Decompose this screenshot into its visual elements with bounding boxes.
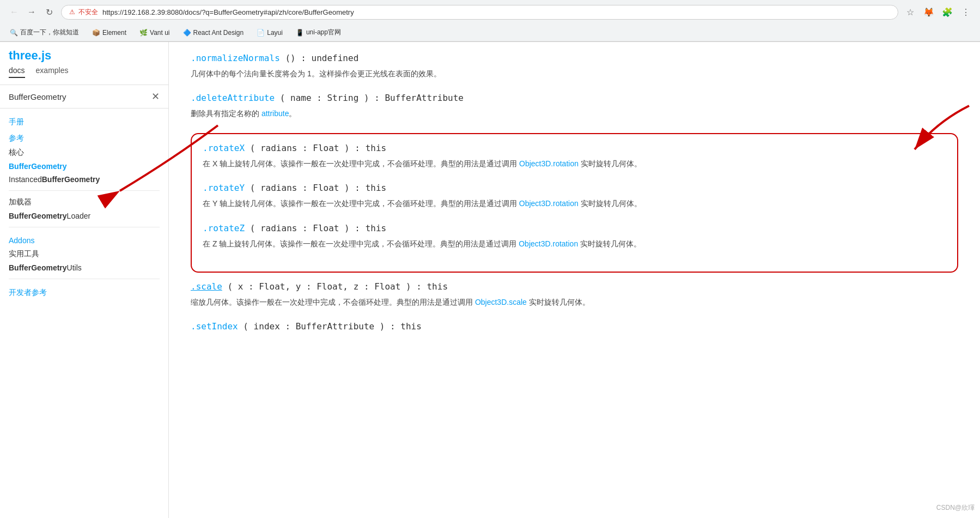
method-name-rotatey: .rotateY bbox=[203, 183, 245, 193]
site-tabs: docs examples bbox=[9, 66, 160, 78]
nav-item-buffer-geometry[interactable]: BufferGeometry bbox=[0, 160, 168, 173]
annotation-area: .rotateX ( radians : Float ) : this 在 X … bbox=[191, 133, 958, 273]
main-content: .normalizeNormals () : undefined 几何体中的每个… bbox=[169, 42, 980, 518]
method-section-rotate-z: .rotateZ ( radians : Float ) : this 在 Z … bbox=[203, 223, 946, 250]
method-signature-normalize-normals: .normalizeNormals () : undefined bbox=[191, 53, 958, 63]
method-params-rotatex: ( radians : Float ) : this bbox=[250, 143, 386, 153]
bookmark-react-ant[interactable]: 🔷 React Ant Design bbox=[180, 28, 247, 38]
nav-item-buffer-geometry-loader[interactable]: BufferGeometryLoader bbox=[0, 209, 168, 222]
tab-docs[interactable]: docs bbox=[9, 66, 25, 78]
method-name-setindex: .setIndex bbox=[191, 321, 238, 332]
forward-button[interactable]: → bbox=[24, 4, 39, 20]
link-object3d-rotation-x[interactable]: Object3D.rotation bbox=[519, 159, 579, 168]
reload-button[interactable]: ↻ bbox=[41, 4, 57, 20]
nav-title-utils: 实用工具 bbox=[0, 247, 168, 261]
back-button[interactable]: ← bbox=[7, 4, 22, 20]
method-section-set-index: .setIndex ( index : BufferAttribute ) : … bbox=[191, 321, 958, 332]
address-bar[interactable]: ⚠ 不安全 https://192.168.2.39:8080/docs/?q=… bbox=[61, 5, 898, 20]
url-text: https://192.168.2.39:8080/docs/?q=Buffer… bbox=[102, 8, 354, 16]
extensions-button[interactable]: 🧩 bbox=[940, 4, 955, 20]
nav-title-core: 核心 bbox=[0, 146, 168, 160]
nav-item-instanced-buffer-geometry[interactable]: InstancedBufferGeometry bbox=[0, 173, 168, 186]
method-name-scale: .scale bbox=[191, 281, 222, 292]
search-label: BufferGeometry bbox=[9, 92, 151, 101]
link-attribute[interactable]: attribute bbox=[261, 109, 289, 118]
nav-item-buffer-geometry-utils[interactable]: BufferGeometryUtils bbox=[0, 261, 168, 274]
nav-section-dev: 开发者参考 bbox=[0, 284, 168, 300]
separator-1 bbox=[9, 190, 160, 191]
separator-3 bbox=[9, 279, 160, 279]
method-desc-scale: 缩放几何体。该操作一般在一次处理中完成，不会循环处理。典型的用法是通过调用 Ob… bbox=[191, 296, 958, 308]
method-section-scale: .scale ( x : Float, y : Float, z : Float… bbox=[191, 281, 958, 308]
layui-icon: 📄 bbox=[257, 29, 265, 37]
bookmark-baidu[interactable]: 🔍 百度一下，你就知道 bbox=[7, 27, 82, 38]
nav-buttons: ← → ↻ bbox=[7, 4, 57, 20]
method-signature-scale: .scale ( x : Float, y : Float, z : Float… bbox=[191, 281, 958, 292]
react-ant-icon: 🔷 bbox=[183, 29, 191, 37]
site-title[interactable]: three.js bbox=[9, 49, 160, 63]
uniapp-icon: 📱 bbox=[296, 29, 304, 37]
method-desc-rotatey: 在 Y 轴上旋转几何体。该操作一般在一次处理中完成，不会循环处理。典型的用法是通… bbox=[203, 197, 946, 209]
nav-section-manual: 手册 bbox=[0, 113, 168, 129]
nav-title-loaders: 加载器 bbox=[0, 195, 168, 209]
bookmark-react-ant-label: React Ant Design bbox=[193, 29, 244, 37]
insecure-icon: ⚠ bbox=[69, 8, 75, 16]
toolbar-actions: ☆ 🦊 🧩 ⋮ bbox=[903, 4, 973, 20]
sidebar: three.js docs examples BufferGeometry ✕ … bbox=[0, 42, 169, 518]
nav-section-addons: Addons bbox=[0, 232, 168, 247]
menu-button[interactable]: ⋮ bbox=[958, 4, 973, 20]
method-desc-delete: 删除具有指定名称的 attribute。 bbox=[191, 107, 958, 119]
bookmark-element[interactable]: 📦 Element bbox=[89, 28, 130, 38]
profile-button[interactable]: 🦊 bbox=[921, 4, 936, 20]
link-object3d-scale[interactable]: Object3D.scale bbox=[475, 298, 527, 306]
watermark: CSDN@欣琿 bbox=[936, 503, 975, 513]
app: three.js docs examples BufferGeometry ✕ … bbox=[0, 42, 980, 518]
tab-examples[interactable]: examples bbox=[36, 66, 69, 78]
bookmark-layui-label: Layui bbox=[267, 29, 283, 37]
link-object3d-rotation-y[interactable]: Object3D.rotation bbox=[519, 199, 579, 208]
bookmark-uniapp[interactable]: 📱 uni-app官网 bbox=[293, 27, 344, 38]
bookmark-vant-label: Vant ui bbox=[150, 29, 169, 37]
method-section-rotate-x: .rotateX ( radians : Float ) : this 在 X … bbox=[203, 143, 946, 170]
bookmark-baidu-label: 百度一下，你就知道 bbox=[20, 28, 79, 37]
method-signature-delete-attribute: .deleteAttribute ( name : String ) : Buf… bbox=[191, 93, 958, 103]
method-signature-rotate-x: .rotateX ( radians : Float ) : this bbox=[203, 143, 946, 153]
bookmark-layui[interactable]: 📄 Layui bbox=[253, 28, 286, 38]
method-params-delete: ( name : String ) : BufferAttribute bbox=[280, 93, 464, 103]
baidu-icon: 🔍 bbox=[10, 29, 18, 37]
separator-2 bbox=[9, 227, 160, 227]
method-name-normalize: .normalizeNormals bbox=[191, 53, 280, 63]
method-desc-rotatez: 在 Z 轴上旋转几何体。该操作一般在一次处理中完成，不会循环处理。典型的用法是通… bbox=[203, 238, 946, 250]
element-icon: 📦 bbox=[92, 29, 100, 37]
sidebar-header: three.js docs examples bbox=[0, 42, 168, 85]
method-section-normalize-normals: .normalizeNormals () : undefined 几何体中的每个… bbox=[191, 53, 958, 80]
method-params-rotatez: ( radians : Float ) : this bbox=[250, 223, 386, 233]
search-bar: BufferGeometry ✕ bbox=[0, 85, 168, 109]
method-params-setindex: ( index : BufferAttribute ) : this bbox=[243, 321, 422, 332]
nav-section-reference: 参考 bbox=[0, 129, 168, 146]
insecure-label: 不安全 bbox=[78, 8, 98, 17]
method-signature-rotate-z: .rotateZ ( radians : Float ) : this bbox=[203, 223, 946, 233]
search-close-button[interactable]: ✕ bbox=[151, 91, 160, 103]
method-params-rotatey: ( radians : Float ) : this bbox=[250, 183, 386, 193]
browser-chrome: ← → ↻ ⚠ 不安全 https://192.168.2.39:8080/do… bbox=[0, 0, 980, 42]
method-desc-rotatex: 在 X 轴上旋转几何体。该操作一般在一次处理中完成，不会循环处理。典型的用法是通… bbox=[203, 158, 946, 170]
red-annotation-box: .rotateX ( radians : Float ) : this 在 X … bbox=[191, 133, 958, 273]
method-params-normalize: () : undefined bbox=[285, 53, 358, 63]
method-desc-normalize: 几何体中的每个法向量长度将会为 1。这样操作会更正光线在表面的效果。 bbox=[191, 68, 958, 80]
bookmarks-bar: 🔍 百度一下，你就知道 📦 Element 🌿 Vant ui 🔷 React … bbox=[0, 24, 980, 41]
method-signature-rotate-y: .rotateY ( radians : Float ) : this bbox=[203, 183, 946, 193]
method-section-rotate-y: .rotateY ( radians : Float ) : this 在 Y … bbox=[203, 183, 946, 209]
browser-toolbar: ← → ↻ ⚠ 不安全 https://192.168.2.39:8080/do… bbox=[0, 0, 980, 24]
sidebar-nav: 手册 参考 核心 BufferGeometry InstancedBufferG… bbox=[0, 109, 168, 518]
bookmark-button[interactable]: ☆ bbox=[903, 4, 918, 20]
method-section-delete-attribute: .deleteAttribute ( name : String ) : Buf… bbox=[191, 93, 958, 119]
method-name-delete: .deleteAttribute bbox=[191, 93, 275, 103]
bookmark-uniapp-label: uni-app官网 bbox=[306, 28, 341, 37]
vant-icon: 🌿 bbox=[139, 29, 148, 37]
method-params-scale: ( x : Float, y : Float, z : Float ) : th… bbox=[227, 281, 448, 292]
link-object3d-rotation-z[interactable]: Object3D.rotation bbox=[519, 239, 578, 248]
bookmark-vant[interactable]: 🌿 Vant ui bbox=[136, 28, 173, 38]
method-signature-set-index: .setIndex ( index : BufferAttribute ) : … bbox=[191, 321, 958, 332]
method-name-rotatez: .rotateZ bbox=[203, 223, 245, 233]
